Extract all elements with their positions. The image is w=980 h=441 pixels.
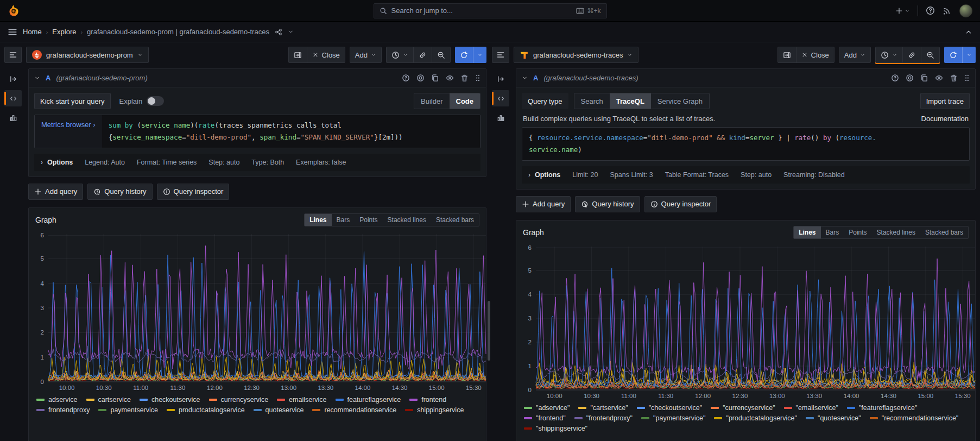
query-inspector-button[interactable]: Query inspector bbox=[157, 184, 230, 200]
vis-mode-lines[interactable]: Lines bbox=[305, 214, 331, 226]
collapse-up-icon[interactable] bbox=[965, 28, 972, 36]
grafana-logo[interactable] bbox=[8, 4, 20, 17]
vis-mode-stacked-bars[interactable]: Stacked bars bbox=[431, 214, 479, 226]
collapse-query-icon[interactable] bbox=[522, 75, 528, 81]
vis-mode-bars[interactable]: Bars bbox=[332, 214, 355, 226]
collapse-query-icon[interactable] bbox=[34, 75, 40, 81]
legend-item-frontend[interactable]: frontend bbox=[409, 396, 446, 404]
legend-item-quoteservice[interactable]: "quoteservice" bbox=[806, 414, 861, 422]
help-icon[interactable] bbox=[926, 6, 935, 15]
close-split-button[interactable]: Close bbox=[796, 47, 834, 62]
breadcrumb-explore[interactable]: Explore bbox=[52, 28, 76, 36]
query-eye-icon[interactable] bbox=[446, 74, 454, 82]
documentation-link[interactable]: Documentation bbox=[921, 115, 969, 123]
legend-item-paymentservice[interactable]: paymentservice bbox=[98, 406, 158, 414]
query-help-icon[interactable] bbox=[891, 74, 899, 82]
sync-times-link-icon[interactable] bbox=[413, 47, 432, 62]
legend-item-recommendationservice[interactable]: recommendationservice bbox=[312, 406, 396, 414]
legend-item-checkoutservice[interactable]: checkoutservice bbox=[140, 396, 200, 404]
query-eye-icon[interactable] bbox=[935, 74, 943, 82]
vis-mode-lines[interactable]: Lines bbox=[794, 226, 820, 238]
time-picker-button[interactable] bbox=[387, 47, 413, 62]
query-disable-icon[interactable] bbox=[906, 74, 914, 82]
narrow-pane-icon[interactable] bbox=[778, 47, 796, 62]
left-pane-scrollbar[interactable] bbox=[488, 301, 490, 361]
metrics-browser-button[interactable]: Metrics browser › bbox=[35, 115, 102, 148]
vis-mode-points[interactable]: Points bbox=[355, 214, 382, 226]
right-timeseries-chart[interactable]: 012345610:0010:3011:0011:3012:0012:3013:… bbox=[522, 242, 978, 401]
legend-item-paymentservice[interactable]: "paymentservice" bbox=[641, 414, 705, 422]
query-delete-icon[interactable] bbox=[950, 74, 958, 82]
metrics-tab-icon[interactable] bbox=[4, 110, 22, 126]
query-delete-icon[interactable] bbox=[460, 74, 469, 82]
query-history-button[interactable]: Query history bbox=[575, 196, 640, 212]
right-datasource-picker[interactable]: grafanacloud-sedemo-traces bbox=[514, 47, 638, 63]
time-picker-button[interactable] bbox=[876, 47, 902, 62]
legend-item-currencyservice[interactable]: "currencyservice" bbox=[711, 404, 775, 412]
collapse-sidebar-icon[interactable] bbox=[492, 71, 509, 87]
explain-toggle[interactable] bbox=[147, 96, 164, 106]
sync-times-link-icon[interactable] bbox=[902, 47, 921, 62]
refresh-button[interactable] bbox=[944, 47, 962, 63]
query-disable-icon[interactable] bbox=[416, 74, 425, 82]
refresh-interval-button[interactable] bbox=[962, 47, 976, 63]
close-split-button[interactable]: Close bbox=[307, 47, 345, 62]
legend-item-frontendproxy[interactable]: "frontendproxy" bbox=[574, 414, 633, 422]
refresh-button[interactable] bbox=[455, 47, 473, 63]
hamburger-menu-icon[interactable] bbox=[8, 27, 17, 37]
legend-item-productcatalogservice[interactable]: "productcatalogservice" bbox=[714, 414, 796, 422]
query-inspector-button[interactable]: Query inspector bbox=[644, 196, 717, 212]
code-tab-icon[interactable] bbox=[4, 90, 22, 106]
legend-item-cartservice[interactable]: cartservice bbox=[86, 396, 131, 404]
query-drag-handle[interactable] bbox=[964, 74, 970, 82]
breadcrumb-home[interactable]: Home bbox=[23, 28, 42, 36]
mode-builder[interactable]: Builder bbox=[414, 93, 449, 109]
left-timeseries-chart[interactable]: 012345610:0010:3011:0011:3012:0012:3013:… bbox=[34, 230, 489, 393]
legend-item-featureflagservice[interactable]: featureflagservice bbox=[336, 396, 401, 404]
legend-item-frontendproxy[interactable]: frontendproxy bbox=[36, 406, 90, 414]
zoom-out-icon[interactable] bbox=[921, 47, 939, 62]
news-icon[interactable] bbox=[943, 6, 952, 15]
query-help-icon[interactable] bbox=[402, 74, 410, 82]
legend-item-adservice[interactable]: "adservice" bbox=[524, 404, 570, 412]
share-shortcut-icon[interactable] bbox=[275, 28, 282, 36]
legend-item-currencyservice[interactable]: currencyservice bbox=[209, 396, 269, 404]
narrow-pane-icon[interactable] bbox=[289, 47, 307, 62]
query-copy-icon[interactable] bbox=[431, 74, 439, 82]
new-button[interactable] bbox=[895, 7, 910, 15]
import-trace-button[interactable]: Import trace bbox=[920, 93, 970, 109]
legend-item-featureflagservice[interactable]: "featureflagservice" bbox=[847, 404, 918, 412]
legend-item-cartservice[interactable]: "cartservice" bbox=[578, 404, 628, 412]
add-button[interactable]: Add bbox=[839, 47, 870, 62]
query-drag-handle[interactable] bbox=[475, 74, 480, 82]
legend-item-emailservice[interactable]: emailservice bbox=[277, 396, 326, 404]
query-type-search[interactable]: Search bbox=[574, 93, 610, 109]
add-query-button[interactable]: Add query bbox=[28, 184, 83, 200]
kick-start-button[interactable]: Kick start your query bbox=[34, 93, 111, 109]
collapse-sidebar-icon[interactable] bbox=[4, 71, 22, 87]
legend-item-shippingservice[interactable]: "shippingservice" bbox=[524, 425, 587, 432]
traceql-editor[interactable]: { resource.service.namespace="ditl-demo-… bbox=[522, 128, 969, 160]
legend-item-shippingservice[interactable]: shippingservice bbox=[405, 406, 464, 414]
options-expander[interactable]: › Options bbox=[528, 171, 560, 179]
vis-mode-points[interactable]: Points bbox=[844, 226, 871, 238]
legend-item-quoteservice[interactable]: quoteservice bbox=[254, 406, 304, 414]
metrics-tab-icon[interactable] bbox=[492, 110, 509, 126]
query-library-icon[interactable] bbox=[492, 47, 509, 63]
legend-item-recommendationservice[interactable]: "recommendationservice" bbox=[870, 414, 959, 422]
query-history-button[interactable]: Query history bbox=[87, 184, 152, 200]
mode-code[interactable]: Code bbox=[450, 93, 480, 109]
user-avatar[interactable] bbox=[959, 4, 972, 17]
vis-mode-stacked-lines[interactable]: Stacked lines bbox=[872, 226, 920, 238]
left-datasource-picker[interactable]: grafanacloud-sedemo-prom bbox=[26, 47, 149, 63]
add-button[interactable]: Add bbox=[350, 47, 381, 62]
promql-editor[interactable]: sum by (service_name)(rate(traces_spanme… bbox=[102, 115, 480, 148]
refresh-interval-button[interactable] bbox=[473, 47, 486, 63]
code-tab-icon[interactable] bbox=[492, 90, 509, 106]
add-query-button[interactable]: Add query bbox=[516, 196, 571, 212]
legend-item-checkoutservice[interactable]: "checkoutservice" bbox=[637, 404, 703, 412]
vis-mode-stacked-lines[interactable]: Stacked lines bbox=[383, 214, 431, 226]
vis-mode-stacked-bars[interactable]: Stacked bars bbox=[920, 226, 968, 238]
query-library-icon[interactable] bbox=[4, 47, 22, 63]
query-type-traceql[interactable]: TraceQL bbox=[610, 93, 651, 109]
